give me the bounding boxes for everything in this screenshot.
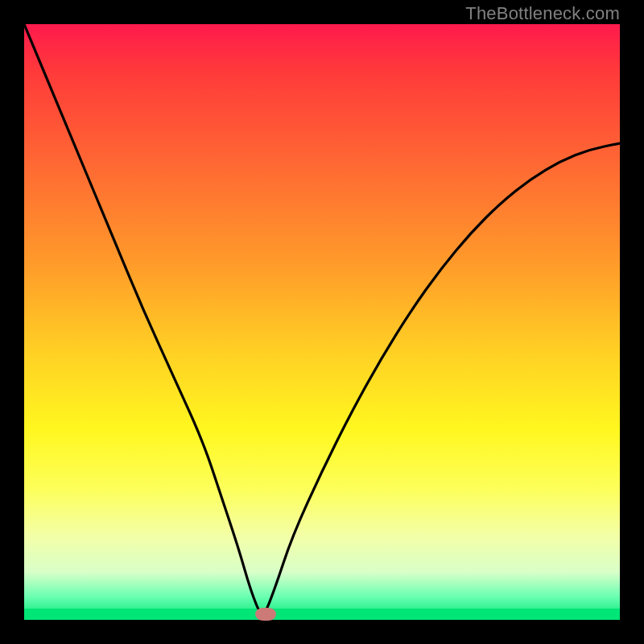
- bottleneck-curve: [24, 24, 620, 620]
- chart-frame: TheBottleneck.com: [0, 0, 644, 644]
- optimal-point-marker: [255, 608, 276, 621]
- watermark-text: TheBottleneck.com: [465, 3, 620, 24]
- plot-area: [24, 24, 620, 620]
